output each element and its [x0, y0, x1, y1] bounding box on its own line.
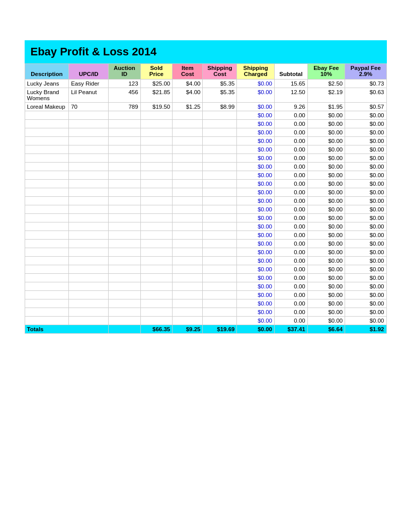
totals-row: Totals $66.35 $9.25 $19.69 $0.00 $37.41 … — [25, 325, 386, 334]
cell-sold-empty — [140, 128, 173, 137]
cell-upc-empty — [69, 282, 109, 291]
table-row-empty: $0.00 0.00 $0.00 $0.00 — [25, 120, 386, 128]
cell-subtotal-empty: 0.00 — [274, 205, 307, 214]
cell-item-empty — [173, 214, 203, 222]
cell-description-empty — [25, 274, 69, 282]
cell-description-empty — [25, 188, 69, 197]
cell-sold-empty — [140, 291, 173, 299]
cell-upc-empty — [69, 145, 109, 154]
cell-shipping-charged-empty: $0.00 — [237, 120, 275, 128]
totals-subtotal: $37.41 — [274, 325, 307, 334]
cell-sold-empty — [140, 180, 173, 188]
cell-paypal-fee-empty: $0.00 — [345, 197, 386, 205]
cell-ebay-fee-empty: $0.00 — [307, 205, 345, 214]
totals-shipping-cost: $19.69 — [203, 325, 237, 334]
cell-item-empty — [173, 171, 203, 180]
cell-shipping-charged-empty: $0.00 — [237, 171, 275, 180]
cell-shipping-cost-empty — [203, 265, 237, 274]
cell-item-empty — [173, 299, 203, 308]
cell-ebay-fee: $2.50 — [307, 80, 345, 88]
table-row-empty: $0.00 0.00 $0.00 $0.00 — [25, 214, 386, 222]
cell-auction-empty — [109, 111, 141, 120]
cell-description-empty — [25, 257, 69, 265]
cell-paypal-fee-empty: $0.00 — [345, 154, 386, 163]
cell-subtotal-empty: 0.00 — [274, 265, 307, 274]
cell-shipping-charged: $0.00 — [237, 88, 275, 103]
table-row-empty: $0.00 0.00 $0.00 $0.00 — [25, 154, 386, 163]
cell-ebay-fee-empty: $0.00 — [307, 248, 345, 257]
cell-subtotal-empty: 0.00 — [274, 291, 307, 299]
cell-shipping-charged-empty: $0.00 — [237, 248, 275, 257]
header-ebay-fee: Ebay Fee 10% — [307, 64, 345, 80]
cell-sold-empty — [140, 120, 173, 128]
cell-upc-empty — [69, 317, 109, 325]
cell-shipping-charged-empty: $0.00 — [237, 274, 275, 282]
cell-upc: Easy Rider — [69, 80, 109, 88]
cell-shipping-cost-empty — [203, 222, 237, 231]
cell-description-empty — [25, 240, 69, 248]
cell-sold-empty — [140, 163, 173, 171]
cell-shipping-cost-empty — [203, 180, 237, 188]
table-row-empty: $0.00 0.00 $0.00 $0.00 — [25, 248, 386, 257]
cell-shipping-charged-empty: $0.00 — [237, 257, 275, 265]
cell-auction: 789 — [109, 103, 141, 111]
cell-sold-empty — [140, 240, 173, 248]
cell-shipping-cost-empty — [203, 308, 237, 317]
header-upc: UPC/ID — [69, 64, 109, 80]
cell-subtotal-empty: 0.00 — [274, 154, 307, 163]
cell-subtotal-empty: 0.00 — [274, 317, 307, 325]
cell-upc-empty — [69, 265, 109, 274]
cell-shipping-cost-empty — [203, 317, 237, 325]
cell-subtotal-empty: 0.00 — [274, 111, 307, 120]
totals-shipping-charged: $0.00 — [237, 325, 275, 334]
cell-item-empty — [173, 137, 203, 145]
cell-auction-empty — [109, 163, 141, 171]
cell-paypal-fee-empty: $0.00 — [345, 231, 386, 240]
cell-shipping-cost-empty — [203, 145, 237, 154]
cell-ebay-fee-empty: $0.00 — [307, 291, 345, 299]
cell-shipping-cost-empty — [203, 257, 237, 265]
cell-auction: 456 — [109, 88, 141, 103]
cell-paypal-fee-empty: $0.00 — [345, 291, 386, 299]
table-row-empty: $0.00 0.00 $0.00 $0.00 — [25, 128, 386, 137]
page-title: Ebay Profit & Loss 2014 — [25, 40, 387, 63]
cell-sold-empty — [140, 171, 173, 180]
cell-shipping-charged-empty: $0.00 — [237, 145, 275, 154]
cell-paypal-fee-empty: $0.00 — [345, 171, 386, 180]
cell-sold-empty — [140, 197, 173, 205]
cell-upc-empty — [69, 257, 109, 265]
cell-description-empty — [25, 205, 69, 214]
header-description: Description — [25, 64, 69, 80]
cell-auction-empty — [109, 317, 141, 325]
table-row-empty: $0.00 0.00 $0.00 $0.00 — [25, 197, 386, 205]
cell-auction-empty — [109, 205, 141, 214]
cell-upc-empty — [69, 274, 109, 282]
table-row-empty: $0.00 0.00 $0.00 $0.00 — [25, 163, 386, 171]
cell-shipping-charged-empty: $0.00 — [237, 222, 275, 231]
table-row-empty: $0.00 0.00 $0.00 $0.00 — [25, 291, 386, 299]
cell-subtotal-empty: 0.00 — [274, 137, 307, 145]
cell-item: $1.25 — [173, 103, 203, 111]
cell-shipping-charged: $0.00 — [237, 80, 275, 88]
cell-ebay-fee-empty: $0.00 — [307, 308, 345, 317]
cell-item: $4.00 — [173, 88, 203, 103]
cell-auction-empty — [109, 145, 141, 154]
cell-shipping-charged-empty: $0.00 — [237, 214, 275, 222]
table-row-empty: $0.00 0.00 $0.00 $0.00 — [25, 265, 386, 274]
cell-upc-empty — [69, 180, 109, 188]
cell-paypal-fee-empty: $0.00 — [345, 248, 386, 257]
cell-ebay-fee-empty: $0.00 — [307, 171, 345, 180]
cell-subtotal-empty: 0.00 — [274, 282, 307, 291]
cell-shipping-cost-empty — [203, 197, 237, 205]
cell-subtotal-empty: 0.00 — [274, 145, 307, 154]
cell-subtotal-empty: 0.00 — [274, 197, 307, 205]
cell-subtotal-empty: 0.00 — [274, 231, 307, 240]
cell-subtotal: 9.26 — [274, 103, 307, 111]
table-row-empty: $0.00 0.00 $0.00 $0.00 — [25, 188, 386, 197]
cell-description: Loreal Makeup — [25, 103, 69, 111]
cell-shipping-cost-empty — [203, 274, 237, 282]
cell-description-empty — [25, 145, 69, 154]
cell-auction-empty — [109, 188, 141, 197]
cell-upc: Lil Peanut — [69, 88, 109, 103]
cell-upc-empty — [69, 163, 109, 171]
